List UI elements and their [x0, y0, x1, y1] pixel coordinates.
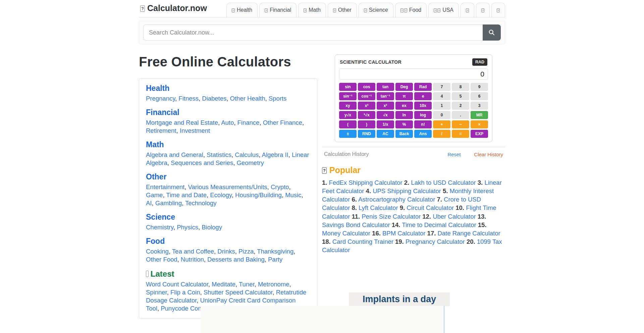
- calc-key-Ans[interactable]: Ans: [414, 130, 432, 138]
- calc-key-cos⁻¹[interactable]: cos⁻¹: [358, 92, 375, 100]
- calc-key-+[interactable]: +: [433, 120, 450, 128]
- tab-emoji-3[interactable]: [491, 3, 505, 17]
- category-link[interactable]: Cooking: [146, 248, 169, 255]
- latest-link[interactable]: Metronome: [258, 281, 289, 288]
- latest-link[interactable]: Meditate: [212, 281, 235, 288]
- calc-key-³√x[interactable]: ³√x: [358, 111, 375, 119]
- category-heading-link[interactable]: Science: [146, 213, 310, 222]
- category-link[interactable]: Algebra II: [262, 151, 288, 158]
- calc-key-−[interactable]: −: [452, 120, 469, 128]
- popular-item-link[interactable]: Circuit Calculator: [407, 204, 454, 211]
- calc-key-3[interactable]: 3: [471, 102, 488, 110]
- calc-key-%[interactable]: %: [395, 120, 413, 128]
- rad-mode-badge[interactable]: RAD: [472, 58, 487, 66]
- tab-emoji-2[interactable]: [476, 3, 490, 17]
- search-input[interactable]: [143, 24, 483, 41]
- category-heading-link[interactable]: Financial: [146, 108, 310, 117]
- popular-item-link[interactable]: UPS Shipping Calculator: [373, 187, 441, 195]
- category-link[interactable]: Pregnancy: [146, 95, 175, 102]
- category-link[interactable]: Other Food: [146, 256, 177, 263]
- category-link[interactable]: AI: [146, 200, 152, 207]
- category-link[interactable]: Geometry: [236, 159, 264, 166]
- category-link[interactable]: Other Health: [230, 95, 265, 102]
- popular-item-link[interactable]: Lakh to USD Calculator: [411, 179, 476, 186]
- category-link[interactable]: Statistics: [207, 151, 231, 158]
- calc-key-e[interactable]: e: [414, 92, 432, 100]
- category-link[interactable]: Biology: [202, 224, 222, 231]
- calc-key-Rad[interactable]: Rad: [414, 83, 432, 91]
- popular-item-link[interactable]: Uber Calculator: [433, 213, 476, 220]
- category-link[interactable]: Finance: [237, 119, 260, 126]
- category-link[interactable]: Ecology: [210, 191, 231, 199]
- calc-key-EXP[interactable]: EXP: [471, 130, 488, 138]
- category-link[interactable]: Thanksgiving: [257, 248, 293, 255]
- site-logo[interactable]: Calculator.now: [139, 0, 208, 17]
- category-link[interactable]: Algebra and General: [146, 151, 203, 158]
- calc-key-RND[interactable]: RND: [358, 130, 375, 138]
- category-heading-link[interactable]: Food: [146, 237, 310, 246]
- calc-key-xy[interactable]: xy: [339, 102, 357, 110]
- category-link[interactable]: Crypto: [271, 183, 289, 190]
- calc-key-8[interactable]: 8: [452, 83, 469, 91]
- calc-key-AC[interactable]: AC: [377, 130, 394, 138]
- calc-key-ln[interactable]: ln: [395, 111, 413, 119]
- calc-key-±[interactable]: ±: [339, 130, 357, 138]
- tab-usa[interactable]: USA: [428, 3, 459, 17]
- category-link[interactable]: Nutrition: [181, 256, 204, 263]
- calc-key-)[interactable]: ): [358, 120, 375, 128]
- tab-financial[interactable]: Financial: [259, 3, 297, 17]
- calc-key-10x[interactable]: 10x: [414, 102, 432, 110]
- popular-item-link[interactable]: Time to Decimal Calculator: [402, 221, 476, 228]
- latest-link[interactable]: Flip a Coin: [170, 289, 200, 296]
- calc-key-.[interactable]: .: [452, 111, 469, 119]
- category-link[interactable]: Drinks: [217, 248, 235, 255]
- calc-key-7[interactable]: 7: [433, 83, 450, 91]
- calc-key-/[interactable]: /: [433, 130, 450, 138]
- category-link[interactable]: Music: [285, 191, 301, 199]
- category-link[interactable]: Diabetes: [202, 95, 226, 102]
- category-link[interactable]: Calculus: [235, 151, 259, 158]
- calc-key-log[interactable]: log: [414, 111, 432, 119]
- calc-key-√x[interactable]: √x: [377, 111, 394, 119]
- category-link[interactable]: Pizza: [238, 248, 254, 255]
- calc-key-([interactable]: (: [339, 120, 357, 128]
- category-link[interactable]: Chemistry: [146, 224, 173, 231]
- category-link[interactable]: Investment: [180, 127, 210, 134]
- category-link[interactable]: Various Measurements/Units: [188, 183, 267, 190]
- popular-item-link[interactable]: Date Range Calculator: [437, 230, 500, 237]
- calc-key-sin⁻¹[interactable]: sin⁻¹: [339, 92, 357, 100]
- calc-key-6[interactable]: 6: [471, 92, 488, 100]
- calc-key-sin[interactable]: sin: [339, 83, 357, 91]
- calc-key-=[interactable]: =: [452, 130, 469, 138]
- category-link[interactable]: Fitness: [178, 95, 199, 102]
- category-link[interactable]: Gambling: [155, 200, 182, 207]
- popular-item-link[interactable]: BPM Calculator: [382, 230, 426, 237]
- search-button[interactable]: [483, 24, 501, 41]
- category-link[interactable]: Sequences and Series: [171, 159, 233, 166]
- category-link[interactable]: Party: [268, 256, 282, 263]
- calc-key-cos[interactable]: cos: [358, 83, 375, 91]
- calc-key-1[interactable]: 1: [433, 102, 450, 110]
- calc-key-n![interactable]: n!: [414, 120, 432, 128]
- calc-key-tan⁻¹[interactable]: tan⁻¹: [377, 92, 394, 100]
- calc-key-Deg[interactable]: Deg: [395, 83, 413, 91]
- category-link[interactable]: Technology: [185, 200, 217, 207]
- reset-link[interactable]: Reset: [447, 152, 461, 157]
- category-heading-link[interactable]: Health: [146, 84, 310, 93]
- category-link[interactable]: Tea and Coffee: [172, 248, 214, 255]
- clear-history-link[interactable]: Clear History: [474, 152, 503, 157]
- calc-key-9[interactable]: 9: [471, 83, 488, 91]
- category-link[interactable]: Game: [146, 191, 163, 199]
- latest-link[interactable]: Shutter Speed Calculator: [204, 289, 273, 296]
- popular-item-link[interactable]: Savings Bond Calculator: [322, 221, 390, 228]
- calc-key-x²[interactable]: x²: [377, 102, 394, 110]
- category-heading-link[interactable]: Other: [146, 172, 310, 181]
- calc-key-y√x[interactable]: y√x: [339, 111, 357, 119]
- tab-health[interactable]: Health: [226, 3, 258, 17]
- popular-item-link[interactable]: Card Counting Trainer: [332, 238, 393, 245]
- calc-key-×[interactable]: ×: [471, 120, 488, 128]
- popular-item-link[interactable]: Pregnancy Calculator: [406, 238, 465, 245]
- calc-key-x³[interactable]: x³: [358, 102, 375, 110]
- calc-key-1/x[interactable]: 1/x: [377, 120, 394, 128]
- popular-item-link[interactable]: Astrocartography Calculator: [358, 196, 435, 203]
